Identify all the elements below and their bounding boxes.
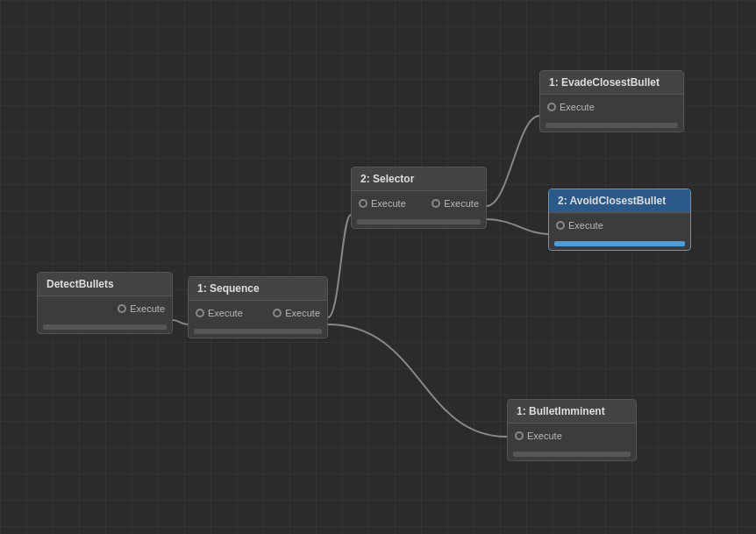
port-execute-in[interactable]: Execute [556, 220, 603, 231]
node-canvas[interactable]: DetectBullets Execute 1: Sequence Execut… [0, 0, 756, 534]
port-dot-out[interactable] [118, 304, 126, 313]
node-detect-bullets-title: DetectBullets [38, 273, 172, 296]
node-bullet-imminent-ports: Execute [515, 429, 629, 443]
port-dot-in[interactable] [515, 431, 524, 440]
node-selector[interactable]: 2: Selector Execute Execute [351, 167, 487, 229]
port-execute-in[interactable]: Execute [359, 198, 406, 209]
node-sequence-ports: Execute Execute [196, 306, 320, 320]
node-evade-title: 1: EvadeClosestBullet [540, 71, 683, 95]
port-dot-in[interactable] [556, 221, 565, 230]
node-sequence-footer [194, 329, 322, 334]
node-avoid-title: 2: AvoidClosestBullet [549, 189, 690, 213]
node-selector-footer [357, 219, 481, 224]
node-selector-ports: Execute Execute [359, 196, 479, 210]
port-execute-in[interactable]: Execute [547, 102, 595, 112]
port-dot-out[interactable] [273, 309, 282, 317]
node-avoid[interactable]: 2: AvoidClosestBullet Execute [548, 189, 691, 251]
port-dot-in[interactable] [359, 199, 367, 208]
port-execute-in[interactable]: Execute [196, 308, 243, 318]
node-detect-bullets[interactable]: DetectBullets Execute [37, 272, 173, 334]
port-dot-in[interactable] [547, 103, 556, 111]
node-bullet-imminent-title: 1: BulletImminent [508, 400, 636, 424]
node-bullet-imminent-footer [513, 452, 631, 457]
port-execute-in[interactable]: Execute [515, 431, 562, 441]
node-evade-footer [546, 123, 678, 128]
node-selector-title: 2: Selector [352, 167, 486, 191]
node-sequence-title: 1: Sequence [189, 277, 327, 301]
node-avoid-footer [554, 241, 685, 246]
port-dot-in[interactable] [196, 309, 204, 317]
port-execute-out[interactable]: Execute [431, 198, 479, 209]
node-evade[interactable]: 1: EvadeClosestBullet Execute [539, 70, 684, 132]
node-sequence[interactable]: 1: Sequence Execute Execute [188, 276, 328, 338]
node-bullet-imminent[interactable]: 1: BulletImminent Execute [507, 399, 637, 461]
port-execute-out[interactable]: Execute [118, 303, 165, 314]
node-avoid-ports: Execute [556, 218, 683, 232]
port-dot-out[interactable] [431, 199, 440, 208]
port-execute-out[interactable]: Execute [273, 308, 320, 318]
node-evade-ports: Execute [547, 100, 676, 114]
node-detect-bullets-footer [43, 324, 167, 330]
node-detect-bullets-ports: Execute [45, 302, 165, 316]
